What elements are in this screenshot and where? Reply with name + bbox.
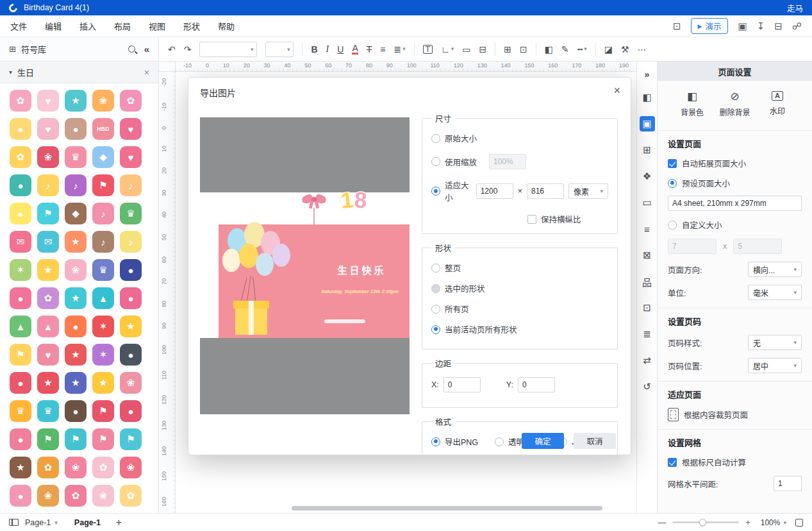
watermark-button[interactable]: A 水印 [757, 91, 798, 117]
add-page-button[interactable]: + [116, 517, 122, 528]
pages-panel-icon[interactable] [9, 519, 19, 526]
all-pages-option[interactable]: 所有页 [431, 303, 608, 315]
radio-icon[interactable] [431, 134, 440, 143]
collapse-panel-icon[interactable]: » [645, 69, 650, 80]
candle-symbol[interactable]: ♪ [120, 174, 142, 196]
rose-symbol[interactable]: ❀ [37, 146, 59, 168]
strikethrough-icon[interactable]: T [367, 45, 372, 54]
history-panel-icon[interactable]: ↺ [640, 379, 655, 394]
line-style-icon[interactable]: ╍▾ [577, 45, 587, 54]
star-red-symbol[interactable]: ★ [65, 344, 87, 366]
original-size-option[interactable]: 原始大小 [431, 132, 608, 144]
bold-icon[interactable]: B [311, 45, 317, 54]
connector-icon[interactable]: ∟▾ [441, 45, 454, 54]
close-dialog-icon[interactable]: × [613, 84, 620, 97]
checkbox-icon[interactable] [527, 215, 536, 224]
party-glasses-symbol[interactable]: ● [120, 259, 142, 281]
text-box-icon[interactable]: T [423, 45, 433, 54]
pink-donut-symbol[interactable]: ● [10, 485, 31, 507]
martini-symbol[interactable]: ♪ [120, 231, 142, 253]
guitar-symbol[interactable]: ♪ [92, 231, 114, 253]
page-number-style-select[interactable]: 无 ▾ [748, 335, 802, 350]
gift-cyan-symbol[interactable]: ⚑ [120, 428, 142, 450]
container-icon[interactable]: ▭ [462, 45, 470, 54]
camera-symbol[interactable]: ● [10, 174, 31, 196]
gift-box-symbol[interactable]: ⚑ [92, 174, 114, 196]
masks-symbol[interactable]: ♛ [92, 259, 114, 281]
ok-button[interactable]: 确定 [522, 433, 564, 449]
italic-icon[interactable]: I [326, 45, 329, 54]
heart-balloon-pair-symbol[interactable]: ♥ [37, 344, 59, 366]
swap-panel-icon[interactable]: ⇄ [640, 353, 655, 368]
champagne-toast-symbol[interactable]: ♪ [37, 174, 59, 196]
page-setup-icon[interactable]: ▣ [640, 116, 655, 131]
cake-slice-symbol[interactable]: ✿ [10, 90, 31, 112]
search-icon[interactable] [128, 46, 135, 53]
envelope-symbol[interactable]: ✉ [37, 231, 59, 253]
unit-select[interactable]: 像素 ▾ [568, 183, 608, 199]
layers-icon[interactable]: ❖ [640, 169, 655, 184]
data-panel-icon[interactable]: ≡ [640, 221, 655, 237]
margin-y-input[interactable] [518, 377, 555, 392]
custom-width-input[interactable] [668, 239, 717, 254]
page-select[interactable]: Page-1 ▾ [25, 518, 58, 527]
chocolate-slice-symbol[interactable]: ★ [10, 457, 31, 478]
lollipop-swirl-symbol[interactable]: ● [65, 316, 87, 337]
outline-panel-icon[interactable]: ≣ [640, 326, 655, 342]
love-letter-symbol[interactable]: ✉ [10, 231, 31, 253]
party-glasses-pink-symbol[interactable]: ● [10, 428, 31, 450]
active-page-shapes-option[interactable]: 当前活动页所有形状 [431, 323, 608, 335]
cancel-button[interactable]: 取消 [574, 433, 616, 449]
party-hat-pink-symbol[interactable]: ▲ [37, 316, 59, 337]
height-input[interactable] [527, 183, 564, 199]
birthday-cake-symbol[interactable]: ✿ [37, 457, 59, 478]
scale-input[interactable] [489, 154, 526, 169]
gift-teal-symbol[interactable]: ⚑ [65, 428, 87, 450]
ice-cream-sundae-symbol[interactable]: ✿ [37, 287, 59, 309]
menu-item-2[interactable]: 插入 [79, 20, 96, 32]
crown-teal-symbol[interactable]: ♛ [37, 400, 59, 422]
sparkler-symbol[interactable]: ★ [120, 316, 142, 337]
preset-size-input[interactable] [668, 196, 802, 211]
eraser-icon[interactable]: ◪ [604, 45, 613, 54]
heart-balloons-symbol[interactable]: ♥ [120, 118, 142, 140]
clink-glasses-symbol[interactable]: ♪ [92, 203, 114, 224]
structure-panel-icon[interactable]: 品 [640, 274, 655, 289]
grid-spacing-input[interactable] [774, 476, 802, 491]
heart-symbol[interactable]: ♥ [120, 146, 142, 168]
line-spacing-icon[interactable]: ≣▾ [394, 45, 405, 54]
gift-green-symbol[interactable]: ⚑ [37, 428, 59, 450]
image-panel-icon[interactable]: ⊠ [640, 248, 655, 263]
gift-pink-symbol[interactable]: ⚑ [92, 428, 114, 450]
vanilla-cupcake-symbol[interactable]: ✿ [120, 485, 142, 507]
whole-page-option[interactable]: 整页 [431, 262, 608, 274]
gear-wheel-symbol[interactable]: ● [120, 344, 142, 366]
sundae-symbol[interactable]: ❀ [65, 259, 87, 281]
candy-symbol[interactable]: ❀ [120, 372, 142, 394]
caramel-cupcake-symbol[interactable]: ❀ [37, 485, 59, 507]
selected-shapes-option[interactable]: 选中的形状 [431, 282, 608, 294]
radio-icon[interactable] [495, 437, 504, 446]
auto-expand-row[interactable]: 自动拓展页面大小 [668, 157, 802, 169]
zoom-level[interactable]: 100% ▾ [761, 518, 786, 527]
library-panel-icon[interactable]: ⊡ [640, 300, 655, 316]
font-size-select[interactable]: ▾ [265, 42, 294, 57]
orientation-select[interactable]: 横向... ▾ [748, 262, 802, 277]
radio-icon[interactable] [431, 264, 440, 273]
present-button[interactable]: ▶ 演示 [691, 18, 729, 34]
fullscreen-icon[interactable] [795, 519, 803, 527]
firecracker-symbol[interactable]: ✶ [92, 316, 114, 337]
custom-size-row[interactable]: 自定义大小 [668, 219, 802, 231]
checkbox-checked-icon[interactable] [668, 458, 677, 467]
unit-select[interactable]: 毫米 ▾ [748, 285, 802, 300]
comment-icon[interactable]: ▭ [640, 195, 655, 210]
party-hat-green-symbol[interactable]: ▲ [10, 316, 31, 337]
balloon-symbol[interactable]: ● [10, 203, 31, 224]
print-icon[interactable]: ⊟ [774, 21, 783, 31]
magic-wand-symbol[interactable]: ✶ [92, 344, 114, 366]
components-icon[interactable]: ⊞ [640, 142, 655, 158]
crop-page-row[interactable]: 根据内容裁剪页面 [668, 408, 802, 421]
cherry-cupcake-symbol[interactable]: ❀ [120, 457, 142, 478]
wine-glasses-symbol[interactable]: ♪ [65, 174, 87, 196]
wedding-cake-symbol[interactable]: ♛ [65, 146, 87, 168]
